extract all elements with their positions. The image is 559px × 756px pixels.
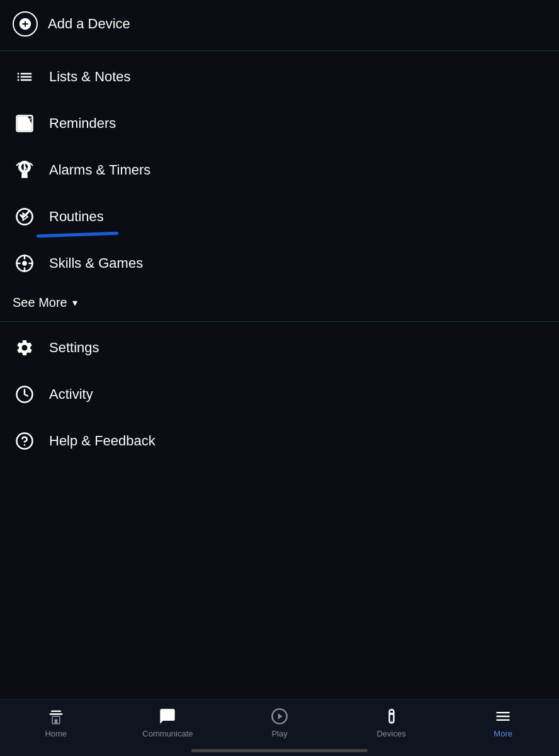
svg-point-5 xyxy=(22,261,27,266)
menu-item-settings[interactable]: Settings xyxy=(0,324,559,371)
settings-icon xyxy=(13,336,37,360)
menu-item-lists-notes[interactable]: Lists & Notes xyxy=(0,54,559,100)
menu-item-routines[interactable]: Routines xyxy=(0,193,559,240)
menu-item-skills-games[interactable]: Skills & Games xyxy=(0,240,559,287)
middle-divider xyxy=(0,321,559,322)
bottom-nav: Home Communicate Play Devices xyxy=(0,699,559,756)
reminders-label: Reminders xyxy=(49,115,116,132)
more-nav-label: More xyxy=(494,729,512,738)
alarms-icon xyxy=(13,158,37,182)
svg-rect-10 xyxy=(51,711,61,712)
nav-item-devices[interactable]: Devices xyxy=(366,706,417,738)
nav-item-play[interactable]: Play xyxy=(254,706,305,738)
routines-icon xyxy=(13,205,37,229)
menu-item-activity[interactable]: Activity xyxy=(0,371,559,418)
activity-icon xyxy=(13,382,37,406)
communicate-nav-icon xyxy=(157,706,178,726)
home-nav-icon xyxy=(46,706,66,726)
see-more-label: See More xyxy=(13,295,67,310)
svg-point-14 xyxy=(390,721,392,722)
devices-nav-icon xyxy=(381,706,402,726)
settings-label: Settings xyxy=(49,340,99,356)
home-indicator xyxy=(191,749,368,752)
lists-icon xyxy=(13,65,37,89)
menu-item-help-feedback[interactable]: Help & Feedback xyxy=(0,418,559,464)
see-more-row[interactable]: See More ▾ xyxy=(0,287,559,319)
skills-icon xyxy=(13,251,37,275)
menu-item-alarms-timers[interactable]: Alarms & Timers xyxy=(0,147,559,193)
devices-nav-label: Devices xyxy=(376,729,405,738)
add-device-icon xyxy=(13,11,38,37)
more-nav-icon xyxy=(493,706,513,726)
add-device-label: Add a Device xyxy=(48,16,130,32)
reminders-icon xyxy=(13,112,37,135)
svg-point-8 xyxy=(24,444,26,446)
routines-active-underline xyxy=(37,232,118,238)
menu-item-reminders[interactable]: Reminders xyxy=(0,100,559,147)
alarms-timers-label: Alarms & Timers xyxy=(49,162,150,178)
home-nav-label: Home xyxy=(45,729,67,738)
chevron-down-icon: ▾ xyxy=(72,297,77,309)
lists-notes-label: Lists & Notes xyxy=(49,69,131,85)
play-nav-label: Play xyxy=(271,729,287,738)
skills-games-label: Skills & Games xyxy=(49,255,143,272)
help-icon xyxy=(13,429,37,453)
communicate-nav-label: Communicate xyxy=(142,729,193,738)
help-feedback-label: Help & Feedback xyxy=(49,433,155,449)
nav-item-more[interactable]: More xyxy=(478,706,528,738)
routines-label: Routines xyxy=(49,209,104,225)
svg-rect-12 xyxy=(54,719,57,724)
main-content: Add a Device Lists & Notes Reminders xyxy=(0,0,559,699)
add-device-row[interactable]: Add a Device xyxy=(0,0,559,48)
top-divider xyxy=(0,50,559,51)
nav-item-home[interactable]: Home xyxy=(31,706,81,738)
activity-label: Activity xyxy=(49,386,93,403)
svg-rect-9 xyxy=(49,713,62,714)
nav-item-communicate[interactable]: Communicate xyxy=(142,706,193,738)
play-nav-icon xyxy=(269,706,290,726)
